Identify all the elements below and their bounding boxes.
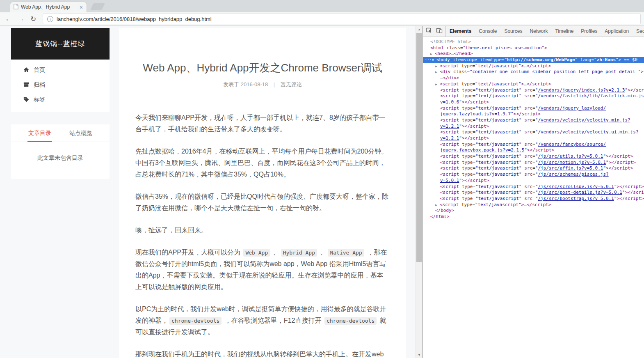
devtools-node[interactable]: v=1.0.6"></script> [423, 99, 644, 106]
devtools-node[interactable]: <script type="text/javascript" src="/js/… [423, 184, 644, 190]
sidebar-item-label: 首页 [34, 67, 45, 74]
forward-button[interactable]: → [16, 14, 26, 24]
sidebar-item-label: 归档 [34, 81, 45, 89]
favicon-icon [13, 4, 18, 11]
sidebar-item-home[interactable]: 首页 [11, 63, 110, 78]
paragraph-text: 那到现在我们手机为王的时代，我们的视线从电脑转移到巴掌大的手机上。在开发web … [135, 351, 388, 358]
devtools-node[interactable]: </body> [423, 208, 644, 214]
post-date: 发表于 2016-08-18 [223, 81, 268, 87]
devtools-node[interactable]: ▶<head>…</head> [423, 51, 644, 57]
collapsed-arrow-icon[interactable]: ▶ [435, 69, 440, 75]
collapsed-arrow-icon[interactable]: ▶ [435, 64, 440, 69]
paragraph-text: 先扯点数据哈，2016年4月，在移动互联网上，平均每个用户每日花费时间为200分… [135, 148, 388, 178]
inline-code: Web App [243, 249, 270, 257]
scrollbar-thumb[interactable] [416, 33, 422, 262]
collapsed-arrow-icon[interactable]: ▶ [435, 82, 440, 87]
browser-tab[interactable]: Web App、Hybrid App × [10, 2, 87, 12]
device-toolbar-icon[interactable] [436, 27, 443, 35]
collapsed-arrow-icon[interactable]: ▶ [430, 51, 435, 57]
devtools-node[interactable]: <script type="text/javascript" src="/ven… [423, 117, 644, 124]
inline-code: Hybrid App [281, 249, 317, 257]
devtools-node[interactable]: <script type="text/javascript" src="/ven… [423, 142, 644, 148]
devtools-node[interactable]: ▶<script type="text/javascript">…</scrip… [423, 81, 644, 87]
tab-strip: Web App、Hybrid App × [0, 0, 644, 12]
inline-code: chrome-devtools [324, 317, 377, 325]
post-meta: 发表于 2016-08-18 | 暂无评论 [135, 81, 390, 88]
paragraph-text: 、 [271, 249, 279, 256]
devtools-node[interactable]: <script type="text/javascript" src="/js/… [423, 196, 644, 202]
tab-article-toc[interactable]: 文章目录 [27, 124, 52, 142]
article-paragraph: 微信占35%，现在的微信呀，已经是比QQ时代占领的强度、广度都要大呀，整个家，除… [135, 191, 390, 214]
devtools-node[interactable]: ▶<div class="container one-collumn sideb… [423, 69, 644, 75]
devtools-node[interactable]: <script type="text/javascript" src="/js/… [423, 172, 644, 178]
comments-link[interactable]: 暂无评论 [281, 81, 302, 87]
devtools-node[interactable]: …</div> [423, 75, 644, 81]
devtools-tab-security[interactable]: Security [633, 26, 644, 37]
inspect-element-icon[interactable] [426, 27, 432, 35]
devtools-tab-application[interactable]: Application [601, 26, 633, 37]
tab-close-icon[interactable]: × [79, 5, 84, 10]
devtools-tab-timeline[interactable]: Timeline [551, 26, 577, 37]
page-info-icon[interactable]: i [47, 16, 53, 22]
paragraph-text: 噢，扯远了，回来回来。 [135, 227, 208, 234]
devtools-node[interactable]: jquery.fancybox.pack.js?v=2.1.5"></scrip… [423, 147, 644, 154]
devtools-tab-network[interactable]: Network [526, 26, 551, 37]
inline-code: Native App [328, 249, 364, 257]
devtools-node[interactable]: <script type="text/javascript" src="/js/… [423, 165, 644, 172]
scroll-up-icon[interactable]: ▲ [416, 26, 422, 32]
devtools-node[interactable]: </html> [423, 214, 644, 220]
devtools-node[interactable]: <script type="text/javascript" src="/ven… [423, 87, 644, 94]
new-tab-button[interactable] [90, 3, 105, 10]
devtools-node[interactable]: <html class="theme-next pisces use-motio… [423, 45, 644, 51]
toc-empty-message: 此文章未包含目录 [11, 142, 110, 162]
address-bar[interactable]: i lanchenglv.com/article/2016/0818/webap… [43, 14, 641, 24]
inline-code: chrome-devtools [169, 317, 222, 325]
devtools-node[interactable]: <script type="text/javascript" src="/ven… [423, 93, 644, 99]
article-paragraph: 现在我们的APP开发，大概可以分为 Web App 、Hybrid App 、N… [135, 247, 390, 293]
devtools-tab-console[interactable]: Console [475, 26, 500, 37]
paragraph-text: 、 [318, 249, 327, 256]
devtools-node[interactable]: <script type="text/javascript" src="/ven… [423, 106, 644, 112]
devtools-node[interactable]: ▶<script type="text/javascript">…</scrip… [423, 202, 644, 208]
devtools-tab-elements[interactable]: Elements [446, 26, 475, 37]
devtools-node[interactable]: <script type="text/javascript" src="/js/… [423, 190, 644, 196]
devtools-node[interactable]: <script type="text/javascript" src="/js/… [423, 154, 644, 160]
devtools-panel: ElementsConsoleSourcesNetworkTimelinePro… [422, 26, 644, 358]
page-scrollbar[interactable]: ▲ ▼ [416, 26, 422, 358]
site-title: 蓝锅锅--蓝橙绿 [11, 28, 110, 60]
toc-panel: 文章目录 站点概览 此文章未包含目录 [11, 124, 110, 179]
devtools-icons [423, 26, 446, 37]
devtools-node[interactable]: <!DOCTYPE html> [423, 39, 644, 45]
tab-site-overview[interactable]: 站点概览 [69, 124, 93, 142]
devtools-code: <!DOCTYPE html><html class="theme-next p… [423, 37, 644, 358]
devtools-node[interactable]: v=1.2.1"></script> [423, 135, 644, 142]
back-button[interactable]: ← [3, 14, 14, 24]
sidebar: 蓝锅锅--蓝橙绿 首页 归档 标签 [11, 28, 110, 179]
devtools-tab-sources[interactable]: Sources [500, 26, 526, 37]
paragraph-text: 现在我们的APP开发，大概可以分为 [135, 249, 242, 256]
url-text: lanchenglv.com/article/2016/0818/webapp_… [57, 16, 212, 22]
tag-icon [23, 96, 29, 103]
sidebar-item-archive[interactable]: 归档 [11, 78, 110, 92]
devtools-node[interactable]: v=1.2.1"></script> [423, 124, 644, 130]
browser-window: Web App、Hybrid App × ← → ↻ i lanchenglv.… [0, 0, 644, 358]
expanded-arrow-icon[interactable]: ▼ [432, 57, 436, 63]
devtools-node[interactable]: jquery.lazyload.js?v=1.9.7"></script> [423, 111, 644, 117]
reload-button[interactable]: ↻ [28, 14, 39, 24]
scroll-down-icon[interactable]: ▼ [416, 351, 422, 358]
devtools-node[interactable]: <script type="text/javascript" src="/js/… [423, 160, 644, 166]
devtools-node[interactable]: <script type="text/javascript" src="/ven… [423, 129, 644, 135]
collapsed-arrow-icon[interactable]: ▶ [435, 202, 440, 208]
page-title: Web App、Hybrid App开发之Chrome Browser调试 [135, 61, 390, 75]
devtools-selected-node[interactable]: ···▼<body itemscope itemtype="http://sch… [423, 57, 644, 63]
archive-icon [23, 82, 29, 89]
devtools-node[interactable]: v=5.0.1"></script> [423, 178, 644, 184]
toc-tabs: 文章目录 站点概览 [11, 124, 110, 142]
devtools-node[interactable]: ▶<script type="text/javascript">…</scrip… [423, 63, 644, 69]
devtools-tab-profiles[interactable]: Profiles [577, 26, 601, 37]
browser-toolbar: ← → ↻ i lanchenglv.com/article/2016/0818… [0, 12, 644, 26]
sidebar-item-tags[interactable]: 标签 [11, 92, 110, 107]
article-paragraph: 以PC为王的时代，我们开发web时，调试是挺简单方便快捷的，用得最多的就是谷歌开… [135, 303, 390, 338]
devtools-toolbar: ElementsConsoleSourcesNetworkTimelinePro… [423, 26, 644, 37]
overflow-dots-icon: ··· [425, 57, 432, 62]
